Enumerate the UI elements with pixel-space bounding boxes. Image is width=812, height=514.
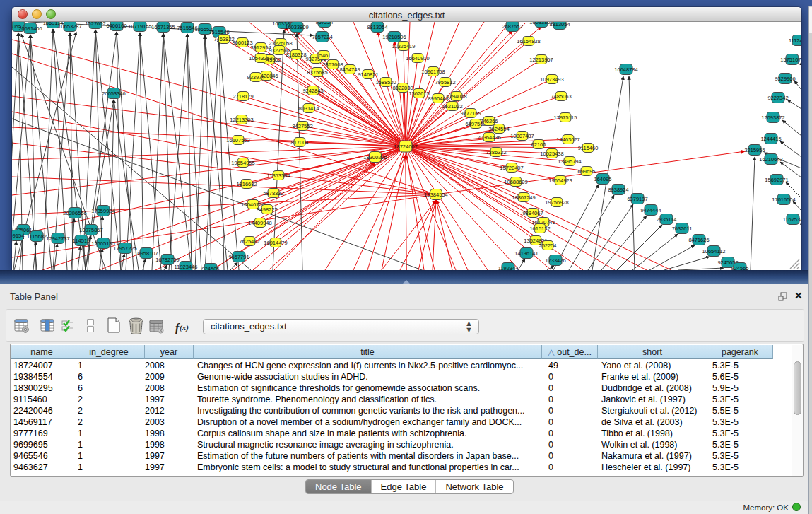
svg-text:62160: 62160 <box>531 141 546 148</box>
svg-text:20206556: 20206556 <box>63 210 86 216</box>
svg-text:3498222: 3498222 <box>257 206 277 213</box>
svg-text:6794028: 6794028 <box>446 93 466 100</box>
svg-text:817004: 817004 <box>290 139 308 146</box>
svg-text:12213303: 12213303 <box>230 117 253 123</box>
svg-text:8813054: 8813054 <box>549 22 570 28</box>
svg-text:18724007: 18724007 <box>394 144 417 150</box>
svg-text:10973493: 10973493 <box>540 76 563 83</box>
svg-text:699695: 699695 <box>577 168 595 175</box>
svg-text:17359924: 17359924 <box>91 208 114 214</box>
svg-text:1621022: 1621022 <box>442 103 462 110</box>
svg-text:11923446: 11923446 <box>175 264 198 270</box>
svg-text:19654955: 19654955 <box>231 160 254 166</box>
svg-text:6379197: 6379197 <box>627 196 647 202</box>
svg-text:8990448: 8990448 <box>428 95 448 102</box>
svg-text:12505135: 12505135 <box>91 240 114 247</box>
svg-text:3912954: 3912954 <box>250 45 271 51</box>
svg-text:11353594: 11353594 <box>267 173 290 179</box>
svg-text:1244415: 1244415 <box>760 136 781 142</box>
svg-text:1167534: 1167534 <box>783 216 801 223</box>
svg-text:3624554: 3624554 <box>488 126 509 132</box>
svg-text:14409948: 14409948 <box>248 220 271 226</box>
svg-text:9227342: 9227342 <box>767 95 788 101</box>
svg-text:10654112: 10654112 <box>702 248 726 255</box>
svg-text:9474444: 9474444 <box>640 207 661 214</box>
svg-text:12093872: 12093872 <box>761 115 784 121</box>
svg-text:16640910: 16640910 <box>406 55 429 62</box>
svg-text:15751074: 15751074 <box>780 57 801 63</box>
svg-text:12213967: 12213967 <box>529 57 553 63</box>
svg-text:8031414: 8031414 <box>298 105 319 112</box>
svg-text:3215955: 3215955 <box>744 147 765 153</box>
svg-text:114519: 114519 <box>73 238 90 244</box>
svg-text:9657791: 9657791 <box>228 254 249 260</box>
svg-text:1916682: 1916682 <box>236 181 257 187</box>
svg-text:8186328: 8186328 <box>286 52 306 58</box>
svg-text:1527602: 1527602 <box>85 22 105 27</box>
svg-text:7857224: 7857224 <box>312 34 332 40</box>
svg-text:16033809: 16033809 <box>285 24 308 30</box>
svg-text:16210643: 16210643 <box>759 156 782 163</box>
svg-text:10807487: 10807487 <box>510 133 534 139</box>
svg-text:10958107: 10958107 <box>134 250 158 257</box>
svg-text:12942737: 12942737 <box>46 235 69 242</box>
svg-text:164095: 164095 <box>594 176 611 182</box>
svg-text:19756928: 19756928 <box>545 199 568 206</box>
svg-text:20691406: 20691406 <box>18 25 42 32</box>
svg-text:16671355: 16671355 <box>151 24 175 30</box>
svg-text:252254: 252254 <box>539 243 556 249</box>
svg-text:2687652: 2687652 <box>502 23 522 30</box>
svg-text:14463627: 14463627 <box>556 136 579 143</box>
svg-text:10975867: 10975867 <box>79 227 102 233</box>
svg-text:15692971: 15692971 <box>765 177 788 183</box>
svg-text:1192344: 1192344 <box>498 265 519 271</box>
svg-text:546: 546 <box>319 52 329 59</box>
svg-text:10688609: 10688609 <box>504 179 527 185</box>
svg-text:9777169: 9777169 <box>460 110 481 117</box>
svg-text:20364436: 20364436 <box>477 134 500 141</box>
svg-text:19654923: 19654923 <box>548 177 572 184</box>
svg-text:957224: 957224 <box>315 22 333 25</box>
svg-text:17016504: 17016504 <box>772 197 795 203</box>
svg-text:5878332: 5878332 <box>263 190 283 197</box>
svg-text:2718179: 2718179 <box>233 93 253 100</box>
svg-text:(x): (x) <box>180 323 189 332</box>
svg-text:1112480: 1112480 <box>789 37 801 44</box>
svg-text:7625402: 7625402 <box>239 238 259 245</box>
svg-text:17957225: 17957225 <box>113 245 136 252</box>
svg-text:8375685: 8375685 <box>307 69 327 76</box>
svg-text:8454749: 8454749 <box>339 66 360 73</box>
svg-text:16154838: 16154838 <box>517 38 540 45</box>
svg-text:16107553: 16107553 <box>226 137 249 144</box>
svg-text:17975115: 17975115 <box>554 115 577 121</box>
svg-text:7463822: 7463822 <box>213 36 234 42</box>
svg-text:16782759: 16782759 <box>155 257 179 263</box>
svg-text:18807249: 18807249 <box>512 194 535 201</box>
svg-text:7955812: 7955812 <box>435 79 455 86</box>
svg-text:1362615: 1362615 <box>408 90 429 97</box>
svg-text:9884067: 9884067 <box>522 210 543 216</box>
svg-text:18300295: 18300295 <box>363 154 387 160</box>
svg-text:7632611: 7632611 <box>672 226 693 232</box>
svg-text:9329966: 9329966 <box>775 76 795 82</box>
svg-text:15720407: 15720407 <box>500 165 523 171</box>
svg-text:99154: 99154 <box>12 233 24 239</box>
svg-text:19218506: 19218506 <box>382 34 406 40</box>
svg-text:16914479: 16914479 <box>264 240 287 246</box>
svg-text:10543362: 10543362 <box>249 55 272 62</box>
svg-text:19384554: 19384554 <box>424 192 447 198</box>
svg-text:8660123: 8660123 <box>232 40 252 46</box>
svg-text:1115682: 1115682 <box>27 233 47 240</box>
svg-text:1615132: 1615132 <box>529 226 550 232</box>
svg-text:8813054: 8813054 <box>367 24 387 30</box>
svg-text:8471626: 8471626 <box>688 237 709 243</box>
svg-text:7386322: 7386322 <box>486 149 506 156</box>
svg-text:10025438: 10025438 <box>540 151 563 157</box>
svg-text:6466160: 6466160 <box>106 23 126 29</box>
svg-text:10719155: 10719155 <box>128 23 151 30</box>
svg-text:7485063: 7485063 <box>551 93 571 100</box>
svg-text:924565: 924565 <box>731 265 748 271</box>
svg-text:9242845: 9242845 <box>302 88 323 94</box>
svg-text:8427552: 8427552 <box>292 123 312 129</box>
svg-text:2935114: 2935114 <box>657 216 677 223</box>
